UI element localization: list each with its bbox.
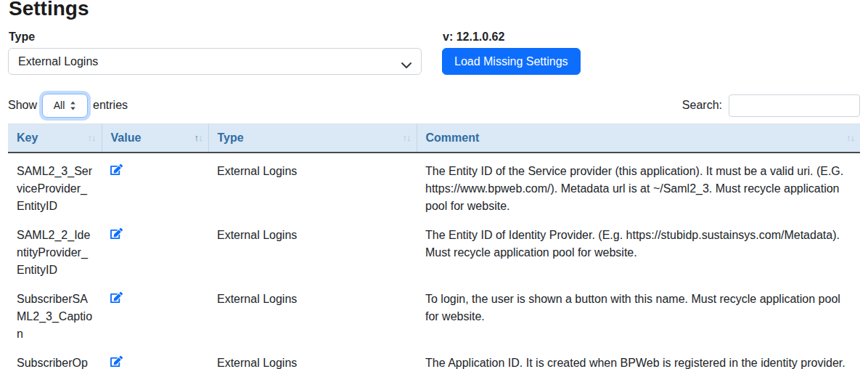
chevron-down-icon [401, 59, 412, 72]
setting-value-cell [102, 345, 208, 369]
setting-key: SubscriberOpenIDConnect_1_ [8, 345, 102, 369]
table-row: SAML2_3_ServiceProvider_EntityID Externa… [8, 153, 860, 217]
edit-icon [110, 358, 123, 369]
setting-key: SAML2_3_ServiceProvider_EntityID [8, 153, 102, 217]
version-group: v: 12.1.0.62 Load Missing Settings [442, 31, 581, 75]
table-row: SubscriberSAML2_3_Caption External Login… [8, 281, 860, 345]
sort-icons: ↑↓ [403, 132, 411, 143]
entries-select-value: All [54, 100, 65, 111]
type-select-value: External Logins [18, 55, 98, 68]
table-header-row: Key ↑↓ Value ↑↓ Type ↑↓ Comment ↑↓ [8, 124, 860, 153]
column-header-comment[interactable]: Comment ↑↓ [417, 124, 860, 153]
table-row: SAML2_2_IdentityProvider_EntityID Extern… [8, 217, 860, 281]
edit-icon [110, 294, 123, 305]
column-header-type[interactable]: Type ↑↓ [208, 124, 417, 153]
column-header-value[interactable]: Value ↑↓ [102, 124, 208, 153]
sort-icons: ↑↓ [195, 132, 202, 143]
page-length-control: Show All entries [8, 94, 128, 118]
column-header-label: Value [111, 131, 142, 144]
setting-value-cell [102, 153, 208, 217]
settings-page: Settings Type External Logins v: 12.1.0.… [0, 0, 868, 369]
setting-value-cell [102, 217, 208, 281]
search-control: Search: [682, 94, 860, 117]
settings-table: Key ↑↓ Value ↑↓ Type ↑↓ Comment ↑↓ SAML2… [8, 123, 860, 369]
setting-type: External Logins [208, 281, 417, 345]
column-header-key[interactable]: Key ↑↓ [8, 124, 102, 153]
edit-value-button[interactable] [110, 228, 123, 239]
setting-type: External Logins [208, 217, 417, 281]
setting-key: SAML2_2_IdentityProvider_EntityID [8, 217, 102, 281]
setting-comment: To login, the user is shown a button wit… [417, 281, 860, 345]
edit-value-button[interactable] [110, 356, 123, 367]
table-controls: Show All entries Search: [8, 93, 860, 118]
edit-icon [110, 166, 123, 177]
sort-icons: ↑↓ [88, 132, 96, 143]
setting-comment: The Entity ID of Identity Provider. (E.g… [417, 217, 860, 281]
entries-select[interactable]: All [42, 94, 88, 118]
search-label: Search: [682, 99, 722, 112]
entries-label: entries [93, 99, 128, 112]
page-title: Settings [9, 0, 860, 20]
setting-type: External Logins [208, 153, 417, 217]
version-text: v: 12.1.0.62 [443, 31, 581, 44]
column-header-label: Comment [426, 131, 480, 144]
edit-value-button[interactable] [110, 292, 123, 303]
column-header-label: Key [17, 131, 38, 144]
sort-icons: ↑↓ [846, 132, 854, 143]
load-missing-settings-button[interactable]: Load Missing Settings [442, 48, 581, 75]
table-row: SubscriberOpenIDConnect_1_ External Logi… [8, 345, 860, 369]
setting-comment: The Entity ID of the Service provider (t… [417, 153, 860, 217]
type-filter-group: Type External Logins [8, 31, 422, 75]
setting-value-cell [102, 281, 208, 345]
up-down-arrows-icon [70, 101, 76, 110]
type-label: Type [9, 31, 422, 44]
setting-key: SubscriberSAML2_3_Caption [8, 281, 102, 345]
type-select[interactable]: External Logins [8, 48, 422, 75]
search-input[interactable] [729, 94, 860, 117]
setting-comment: The Application ID. It is created when B… [417, 345, 860, 369]
edit-icon [110, 230, 123, 241]
column-header-label: Type [218, 131, 244, 144]
setting-type: External Logins [208, 345, 417, 369]
filter-row: Type External Logins v: 12.1.0.62 Load M… [8, 31, 860, 75]
show-label: Show [8, 99, 37, 112]
edit-value-button[interactable] [110, 164, 123, 175]
